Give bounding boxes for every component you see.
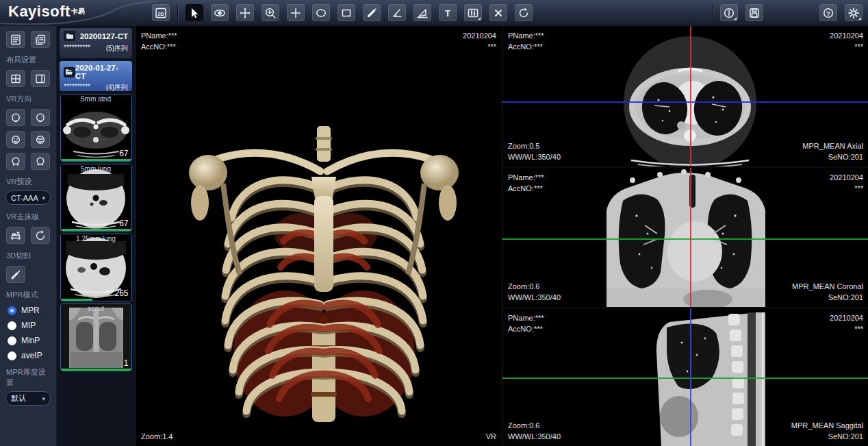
bed-reset-button[interactable] bbox=[31, 227, 50, 244]
mpr-mode-option-minp[interactable]: MinP bbox=[0, 336, 56, 345]
sagittal-axial-reference-line[interactable] bbox=[502, 377, 868, 379]
help-button[interactable]: ? bbox=[819, 4, 837, 21]
thumbnail-5mm-stnd[interactable]: 5mm stnd 67 bbox=[60, 94, 132, 162]
mpr-axial-viewport[interactable]: PName:*** AccNO:*** 20210204 *** Zoom:0.… bbox=[502, 26, 868, 168]
crosshair-tool-button[interactable] bbox=[287, 4, 305, 21]
coronal-sagittal-reference-line[interactable] bbox=[690, 168, 691, 307]
series-patient-id: ********** bbox=[64, 83, 90, 92]
thumbnail-progress-bar bbox=[61, 299, 92, 301]
split-layout-button[interactable] bbox=[31, 70, 50, 87]
mpr-mode-label: MPR模式 bbox=[0, 290, 56, 300]
mpr-thickness-select[interactable]: 默认 ▾ bbox=[5, 391, 51, 406]
coronal-wwwl: WW/WL:350/40 bbox=[508, 292, 561, 303]
vr-orient-posterior-button[interactable] bbox=[31, 109, 50, 126]
localizer-button[interactable] bbox=[720, 4, 738, 21]
report-button[interactable] bbox=[6, 31, 25, 48]
thumbnail-scout[interactable]: scout 1 bbox=[60, 303, 132, 371]
vr-orient-inferior-button[interactable] bbox=[31, 153, 50, 170]
vr-orient-right-button[interactable] bbox=[31, 131, 50, 148]
text-annotation-tool-button[interactable]: T bbox=[439, 4, 457, 21]
chevron-down-icon: ▾ bbox=[42, 395, 45, 402]
sagittal-zoom: Zoom:0.6 bbox=[508, 420, 561, 431]
mpr-sagittal-viewport[interactable]: PName:*** AccNO:*** 20210204 *** Zoom:0.… bbox=[502, 308, 868, 446]
length-measure-tool-button[interactable] bbox=[363, 4, 381, 21]
ellipse-roi-icon bbox=[315, 7, 327, 19]
top-toolbar: Kayisoft卡易 2D bbox=[0, 0, 868, 27]
app-window: Kayisoft卡易 2D bbox=[0, 0, 868, 446]
vr-orient-left-button[interactable] bbox=[6, 131, 25, 148]
vr-type-overlay: VR bbox=[486, 431, 496, 442]
vr-orient-posterior-icon bbox=[34, 112, 47, 124]
axial-coronal-reference-line[interactable] bbox=[502, 101, 868, 103]
thumbnail-5mm-lung[interactable]: 5mm lung 67 bbox=[60, 164, 132, 232]
text-annotation-icon: T bbox=[442, 7, 454, 19]
window-level-tool-button[interactable] bbox=[464, 4, 482, 21]
vr-preset-select[interactable]: CT-AAA ▾ bbox=[5, 190, 51, 205]
axial-accno: AccNO:*** bbox=[508, 41, 544, 52]
series-title: 20200127-CT bbox=[80, 32, 128, 40]
save-button[interactable] bbox=[745, 4, 763, 21]
axial-study-overlay: 20210204 *** bbox=[830, 30, 863, 52]
coronal-study-overlay: 20210204 *** bbox=[830, 172, 863, 194]
vr-accno: AccNO:*** bbox=[141, 41, 177, 52]
toolbar-divider bbox=[177, 4, 178, 21]
mpr-mode-option-mip[interactable]: MIP bbox=[0, 321, 56, 330]
thumbnail-label: 5mm lung bbox=[61, 165, 131, 173]
angle-measure-tool-button[interactable] bbox=[388, 4, 406, 21]
rotate-3d-tool-button[interactable] bbox=[211, 4, 229, 21]
coronal-axial-reference-line[interactable] bbox=[502, 238, 868, 240]
remove-bed-icon bbox=[10, 230, 22, 242]
mpr-mode-option-aveip[interactable]: aveIP bbox=[0, 351, 56, 360]
mpr-mode-option-label: MPR bbox=[21, 306, 40, 315]
vr-stars: *** bbox=[463, 41, 496, 52]
vr-orient-superior-button[interactable] bbox=[6, 153, 25, 170]
vr-orient-superior-icon bbox=[10, 156, 22, 168]
mpr-coronal-viewport[interactable]: PName:*** AccNO:*** 20210204 *** Zoom:0.… bbox=[502, 168, 868, 308]
radio-icon[interactable] bbox=[8, 351, 16, 360]
delete-annotation-tool-button[interactable] bbox=[489, 4, 507, 21]
logo-text-cn: 卡易 bbox=[71, 8, 85, 15]
series-item-2[interactable]: 2020-01-27-CT ********** (4)序列 bbox=[60, 61, 132, 91]
radio-icon[interactable] bbox=[8, 321, 16, 330]
pan-tool-button[interactable] bbox=[236, 4, 254, 21]
vr-orient-left-icon bbox=[10, 134, 22, 146]
toolbar-tools-group: 2D bbox=[152, 4, 533, 21]
ellipse-roi-tool-button[interactable] bbox=[312, 4, 330, 21]
vr-volume-rendering bbox=[175, 107, 473, 425]
mpr-thickness-value: 默认 bbox=[11, 393, 26, 404]
app-logo: Kayisoft卡易 bbox=[8, 3, 85, 21]
logo-text: Kayisoft bbox=[8, 3, 71, 20]
vr-orient-anterior-button[interactable] bbox=[6, 109, 25, 126]
remove-bed-button[interactable] bbox=[6, 227, 25, 244]
report-copy-button[interactable] bbox=[31, 31, 50, 48]
axial-sagittal-reference-line[interactable] bbox=[690, 26, 691, 166]
thumbnail-125mm-lung[interactable]: 1.25mm lung 265 bbox=[60, 234, 132, 301]
grid-layout-button[interactable] bbox=[6, 70, 25, 87]
2d-view-button[interactable]: 2D bbox=[152, 4, 170, 21]
sagittal-accno: AccNO:*** bbox=[508, 323, 544, 334]
reset-view-tool-button[interactable] bbox=[515, 4, 533, 21]
cobb-angle-tool-button[interactable] bbox=[413, 4, 431, 21]
mpr-mode-option-label: aveIP bbox=[21, 351, 42, 360]
series-count: (5)序列 bbox=[106, 44, 128, 53]
coronal-date: 20210204 bbox=[830, 172, 863, 183]
sagittal-coronal-reference-line[interactable] bbox=[690, 308, 691, 446]
thumbnail-label: scout bbox=[61, 305, 131, 312]
mpr-mode-option-mpr[interactable]: MPR bbox=[0, 306, 56, 315]
sagittal-series-overlay: MPR_MEAN Saggital SeNO:201 bbox=[791, 420, 863, 442]
radio-icon[interactable] bbox=[8, 336, 16, 345]
folder-closed-icon bbox=[64, 31, 75, 41]
2d-view-icon: 2D bbox=[155, 7, 167, 19]
vr-viewport[interactable]: PName:*** AccNO:*** 20210204 *** Zoom:1.… bbox=[136, 26, 502, 446]
grid-layout-icon bbox=[10, 73, 22, 85]
series-patient-id: ********** bbox=[64, 44, 90, 53]
zoom-in-tool-button[interactable] bbox=[261, 4, 279, 21]
cursor-tool-button[interactable] bbox=[186, 4, 203, 21]
settings-button[interactable] bbox=[845, 4, 863, 21]
rect-roi-tool-button[interactable] bbox=[337, 4, 355, 21]
scalpel-button[interactable] bbox=[6, 266, 25, 283]
axial-date: 20210204 bbox=[830, 30, 863, 41]
series-item-1[interactable]: 20200127-CT ********** (5)序列 bbox=[60, 28, 132, 58]
radio-icon[interactable] bbox=[8, 306, 16, 315]
cobb-angle-icon bbox=[416, 7, 429, 19]
